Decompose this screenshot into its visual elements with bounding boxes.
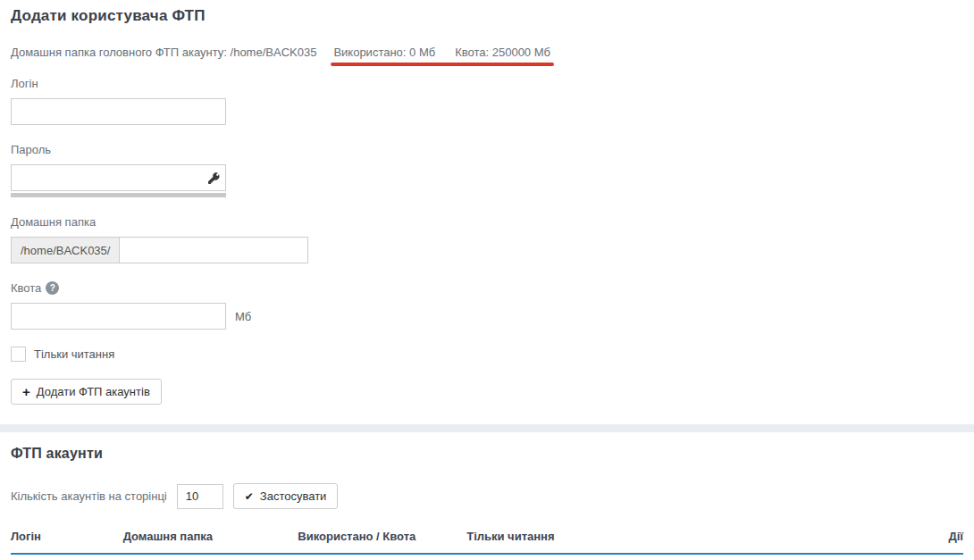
per-page-input[interactable]: [177, 484, 223, 509]
login-input[interactable]: [11, 98, 226, 125]
accounts-table: Логін Домашня папка Використано / Квота …: [11, 524, 963, 560]
readonly-checkbox[interactable]: [11, 347, 26, 362]
quota-field-group: Квота ? Мб: [11, 281, 963, 330]
readonly-label: Тільки читання: [34, 347, 114, 361]
quota-info: Квота: 250000 Мб: [455, 46, 550, 59]
check-icon: ✔: [245, 491, 254, 502]
quota-unit-label: Мб: [235, 310, 251, 323]
home-folder-label: Домашня папка: [11, 215, 963, 229]
col-header-readonly: Тільки читання: [466, 524, 718, 554]
col-header-login: Логін: [11, 524, 123, 554]
used-info: Використано: 0 Мб: [333, 46, 435, 59]
add-ftp-accounts-button-label: Додати ФТП акаунтів: [37, 385, 150, 398]
page-title: Додати користувача ФТП: [11, 7, 963, 25]
per-page-label: Кількість акаунтів на сторінці: [11, 489, 167, 503]
col-header-actions: Дії: [718, 524, 963, 554]
home-folder-field-group: Домашня папка /home/BACK035/: [11, 215, 963, 263]
login-field-group: Логін: [11, 77, 963, 125]
readonly-option-row: Тільки читання: [11, 347, 963, 362]
usage-annotation-group: Використано: 0 Мб Квота: 250000 Мб: [333, 46, 550, 59]
col-header-home-folder: Домашня папка: [123, 524, 298, 554]
password-label: Пароль: [11, 143, 963, 156]
apply-button-label: Застосувати: [260, 489, 327, 503]
generate-password-key-icon[interactable]: [207, 171, 220, 184]
quota-input[interactable]: [11, 303, 226, 330]
main-account-info: Домашня папка головного ФТП акаунту: /ho…: [11, 46, 316, 59]
quota-label: Квота: [11, 281, 41, 295]
quota-help-icon[interactable]: ?: [46, 281, 59, 295]
home-folder-input[interactable]: [119, 237, 308, 263]
password-strength-bar: [11, 193, 226, 197]
accounts-section-title: ФТП акаунти: [11, 446, 963, 462]
plus-icon: +: [22, 385, 30, 398]
add-ftp-accounts-button[interactable]: + Додати ФТП акаунтів: [11, 379, 162, 405]
login-label: Логін: [11, 77, 963, 90]
section-divider: [0, 424, 974, 432]
per-page-controls: Кількість акаунтів на сторінці ✔ Застосу…: [11, 483, 963, 509]
main-account-info-row: Домашня папка головного ФТП акаунту: /ho…: [11, 46, 963, 59]
col-header-used-quota: Використано / Квота: [298, 524, 466, 554]
table-header-row: Логін Домашня папка Використано / Квота …: [11, 524, 963, 554]
account-home-folder: /home/BACK035/sites/: [123, 554, 298, 560]
password-input[interactable]: [11, 164, 226, 191]
home-folder-prefix: /home/BACK035/: [11, 237, 119, 263]
ftp-accounts-panel: ФТП акаунти Кількість акаунтів на сторін…: [0, 432, 974, 560]
add-ftp-user-panel: Додати користувача ФТП Домашня папка гол…: [0, 0, 974, 424]
apply-button[interactable]: ✔ Застосувати: [233, 483, 339, 509]
red-underline-annotation: [331, 63, 554, 66]
password-field-group: Пароль: [11, 143, 963, 197]
table-row: ? BACK035 /home/BACK035/sites/ 232408.86…: [11, 554, 963, 560]
